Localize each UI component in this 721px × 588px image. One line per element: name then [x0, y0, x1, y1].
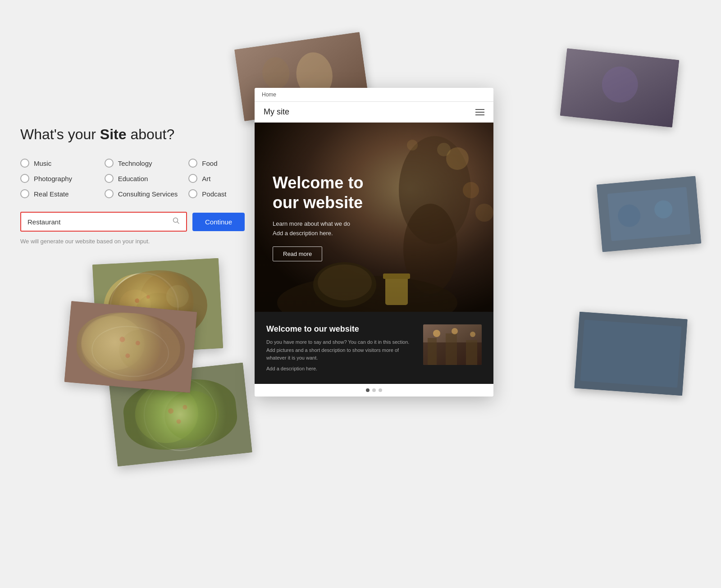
dot-3	[379, 388, 382, 392]
search-icon	[173, 217, 180, 226]
option-real-estate[interactable]: Real Estate	[20, 189, 96, 198]
radio-technology[interactable]	[105, 159, 114, 168]
svg-point-18	[166, 284, 190, 308]
bottom-section-add: Add a description here.	[266, 366, 414, 371]
option-music-label: Music	[34, 160, 51, 167]
bg-photo-2	[560, 48, 679, 127]
hero-title: Welcome to our website	[273, 173, 381, 212]
option-consulting[interactable]: Consulting Services	[105, 189, 180, 198]
option-art-label: Art	[202, 175, 210, 182]
option-photography[interactable]: Photography	[20, 174, 96, 183]
option-photography-label: Photography	[34, 175, 72, 182]
preview-tab-bar: Home	[255, 88, 493, 102]
read-more-button[interactable]: Read more	[273, 246, 322, 261]
radio-podcast[interactable]	[188, 189, 197, 198]
continue-button[interactable]: Continue	[192, 213, 245, 231]
option-technology-label: Technology	[118, 160, 152, 167]
preview-site-title: My site	[264, 107, 289, 117]
svg-point-21	[135, 298, 140, 303]
radio-education[interactable]	[105, 174, 114, 183]
dot-1	[366, 388, 370, 392]
bottom-section-body: Do you have more to say and show? You ca…	[266, 338, 414, 362]
option-consulting-label: Consulting Services	[118, 190, 178, 198]
radio-food[interactable]	[188, 159, 197, 168]
option-food-label: Food	[202, 160, 217, 167]
svg-point-61	[470, 332, 475, 337]
option-podcast-label: Podcast	[202, 190, 226, 198]
svg-rect-10	[580, 320, 682, 388]
svg-point-38	[183, 405, 187, 410]
preview-tab-home[interactable]: Home	[262, 91, 276, 98]
svg-point-26	[79, 314, 147, 373]
svg-point-59	[433, 330, 440, 337]
svg-rect-57	[446, 333, 457, 365]
form-container: What's your Site about? Music Technology…	[20, 126, 264, 245]
svg-rect-56	[428, 338, 437, 365]
svg-point-35	[162, 388, 221, 443]
svg-point-27	[118, 328, 162, 372]
bottom-text: Welcome to our website Do you have more …	[266, 324, 414, 371]
dot-2	[372, 388, 376, 392]
option-food[interactable]: Food	[188, 159, 264, 168]
svg-point-31	[125, 353, 130, 358]
search-row: Continue	[20, 212, 264, 232]
page-title: What's your Site about?	[20, 126, 264, 143]
search-input[interactable]	[27, 218, 170, 226]
options-grid: Music Technology Food Photography Educat…	[20, 159, 264, 198]
svg-rect-24	[64, 301, 197, 393]
svg-point-39	[176, 419, 181, 424]
bottom-section-title: Welcome to our website	[266, 324, 414, 334]
option-real-estate-label: Real Estate	[34, 190, 69, 198]
svg-point-34	[132, 381, 201, 446]
svg-point-29	[119, 337, 125, 342]
bg-photo-4	[574, 312, 687, 396]
radio-music[interactable]	[20, 159, 29, 168]
preview-window: Home My site	[255, 88, 493, 397]
option-technology[interactable]: Technology	[105, 159, 180, 168]
svg-point-28	[90, 324, 171, 379]
bg-photo-3	[597, 176, 701, 252]
hero-content: Welcome to our website Learn more about …	[255, 155, 399, 279]
preview-bottom: Welcome to our website Do you have more …	[255, 312, 493, 384]
hamburger-icon[interactable]	[475, 109, 484, 115]
radio-photography[interactable]	[20, 174, 29, 183]
svg-point-22	[146, 295, 150, 299]
option-education[interactable]: Education	[105, 174, 180, 183]
svg-line-12	[178, 222, 179, 224]
radio-real-estate[interactable]	[20, 189, 29, 198]
svg-rect-58	[466, 340, 477, 365]
preview-header: My site	[255, 102, 493, 123]
food-photo-2	[64, 301, 197, 393]
svg-point-30	[135, 341, 140, 346]
page-dots	[255, 384, 493, 397]
option-education-label: Education	[118, 175, 148, 182]
svg-point-37	[168, 408, 173, 414]
option-art[interactable]: Art	[188, 174, 264, 183]
bottom-image	[423, 324, 482, 365]
search-input-wrap[interactable]	[20, 212, 187, 232]
option-music[interactable]: Music	[20, 159, 96, 168]
radio-consulting[interactable]	[105, 189, 114, 198]
hint-text: We will generate our website based on yo…	[20, 238, 264, 245]
hero-subtitle: Learn more about what we do	[273, 220, 381, 227]
preview-hero: Welcome to our website Learn more about …	[255, 123, 493, 312]
hero-desc: Add a description here.	[273, 230, 381, 237]
radio-art[interactable]	[188, 174, 197, 183]
option-podcast[interactable]: Podcast	[188, 189, 264, 198]
svg-point-60	[452, 328, 458, 334]
